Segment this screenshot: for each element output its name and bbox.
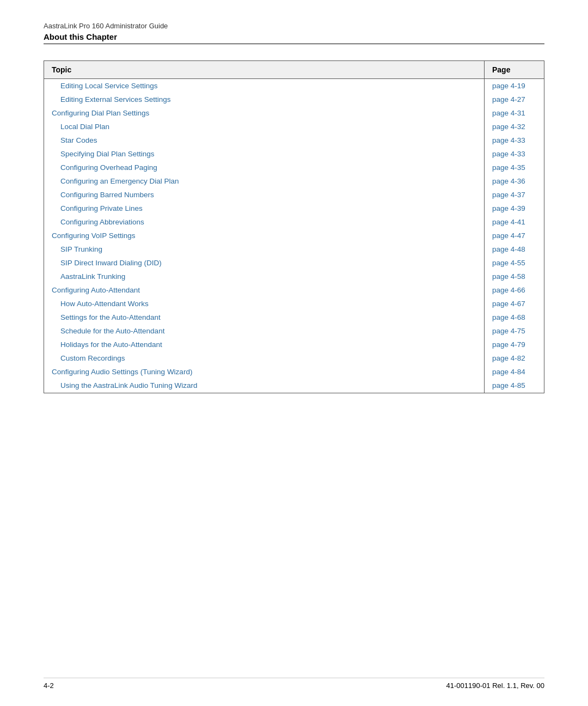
toc-entry-label[interactable]: Editing External Services Settings: [44, 93, 485, 106]
footer-right: 41-001190-01 Rel. 1.1, Rev. 00: [446, 681, 544, 690]
col-page-header: Page: [485, 61, 544, 79]
toc-entry-label[interactable]: Configuring Auto-Attendant: [44, 283, 485, 297]
toc-entry-page: page 4-31: [485, 106, 544, 120]
toc-entry-page: page 4-48: [485, 242, 544, 256]
table-row: Configuring Barred Numberspage 4-37: [44, 188, 544, 202]
toc-entry-page: page 4-35: [485, 161, 544, 174]
footer-left: 4-2: [44, 681, 54, 690]
toc-entry-label[interactable]: Local Dial Plan: [44, 120, 485, 133]
toc-entry-page: page 4-68: [485, 311, 544, 324]
toc-entry-page: page 4-47: [485, 229, 544, 242]
table-row: Configuring Auto-Attendantpage 4-66: [44, 283, 544, 297]
table-row: Specifying Dial Plan Settingspage 4-33: [44, 147, 544, 161]
toc-entry-page: page 4-85: [485, 379, 544, 393]
toc-entry-label[interactable]: Configuring Barred Numbers: [44, 188, 485, 202]
table-row: Configuring an Emergency Dial Planpage 4…: [44, 174, 544, 188]
table-row: Settings for the Auto-Attendantpage 4-68: [44, 311, 544, 324]
table-row: SIP Direct Inward Dialing (DID)page 4-55: [44, 256, 544, 270]
toc-entry-page: page 4-55: [485, 256, 544, 270]
table-row: Configuring Private Linespage 4-39: [44, 202, 544, 215]
toc-entry-page: page 4-58: [485, 270, 544, 283]
toc-entry-page: page 4-84: [485, 365, 544, 379]
table-row: Holidays for the Auto-Attendantpage 4-79: [44, 338, 544, 351]
toc-entry-page: page 4-37: [485, 188, 544, 202]
toc-entry-page: page 4-39: [485, 202, 544, 215]
toc-entry-label[interactable]: Configuring Overhead Paging: [44, 161, 485, 174]
table-row: Editing Local Service Settingspage 4-19: [44, 79, 544, 93]
toc-entry-label[interactable]: Configuring Private Lines: [44, 202, 485, 215]
header-meta: AastraLink Pro 160 Administrator Guide: [44, 22, 544, 30]
table-row: Configuring Overhead Pagingpage 4-35: [44, 161, 544, 174]
toc-entry-page: page 4-82: [485, 351, 544, 365]
table-row: Custom Recordingspage 4-82: [44, 351, 544, 365]
table-row: How Auto-Attendant Workspage 4-67: [44, 297, 544, 311]
table-row: Using the AastraLink Audio Tuning Wizard…: [44, 379, 544, 393]
table-row: Local Dial Planpage 4-32: [44, 120, 544, 133]
table-row: AastraLink Trunkingpage 4-58: [44, 270, 544, 283]
toc-entry-page: page 4-32: [485, 120, 544, 133]
toc-entry-page: page 4-67: [485, 297, 544, 311]
toc-entry-page: page 4-33: [485, 147, 544, 161]
footer: 4-2 41-001190-01 Rel. 1.1, Rev. 00: [44, 678, 544, 690]
toc-entry-label[interactable]: Configuring Dial Plan Settings: [44, 106, 485, 120]
toc-entry-label[interactable]: Custom Recordings: [44, 351, 485, 365]
toc-entry-page: page 4-27: [485, 93, 544, 106]
toc-entry-page: page 4-79: [485, 338, 544, 351]
table-row: Configuring Abbreviationspage 4-41: [44, 215, 544, 229]
table-row: Editing External Services Settingspage 4…: [44, 93, 544, 106]
toc-entry-label[interactable]: Schedule for the Auto-Attendant: [44, 324, 485, 338]
toc-entry-label[interactable]: Configuring an Emergency Dial Plan: [44, 174, 485, 188]
toc-entry-label[interactable]: Holidays for the Auto-Attendant: [44, 338, 485, 351]
table-row: Configuring Audio Settings (Tuning Wizar…: [44, 365, 544, 379]
toc-entry-label[interactable]: Star Codes: [44, 133, 485, 147]
header-title: About this Chapter: [44, 32, 544, 41]
table-row: Configuring Dial Plan Settingspage 4-31: [44, 106, 544, 120]
toc-entry-page: page 4-75: [485, 324, 544, 338]
toc-entry-label[interactable]: Specifying Dial Plan Settings: [44, 147, 485, 161]
toc-entry-page: page 4-66: [485, 283, 544, 297]
toc-entry-label[interactable]: How Auto-Attendant Works: [44, 297, 485, 311]
toc-entry-label[interactable]: Using the AastraLink Audio Tuning Wizard: [44, 379, 485, 393]
col-topic-header: Topic: [44, 61, 485, 79]
toc-table: Topic Page Editing Local Service Setting…: [44, 60, 544, 393]
table-row: Star Codespage 4-33: [44, 133, 544, 147]
toc-entry-page: page 4-33: [485, 133, 544, 147]
toc-entry-label[interactable]: Settings for the Auto-Attendant: [44, 311, 485, 324]
table-row: SIP Trunkingpage 4-48: [44, 242, 544, 256]
toc-entry-label[interactable]: Configuring Abbreviations: [44, 215, 485, 229]
toc-entry-label[interactable]: SIP Direct Inward Dialing (DID): [44, 256, 485, 270]
toc-entry-page: page 4-19: [485, 79, 544, 93]
toc-entry-label[interactable]: SIP Trunking: [44, 242, 485, 256]
toc-entry-label[interactable]: Editing Local Service Settings: [44, 79, 485, 93]
header-divider: [44, 44, 544, 44]
page-container: AastraLink Pro 160 Administrator Guide A…: [0, 0, 588, 706]
toc-entry-label[interactable]: AastraLink Trunking: [44, 270, 485, 283]
table-row: Configuring VoIP Settingspage 4-47: [44, 229, 544, 242]
toc-entry-page: page 4-36: [485, 174, 544, 188]
toc-entry-page: page 4-41: [485, 215, 544, 229]
toc-entry-label[interactable]: Configuring Audio Settings (Tuning Wizar…: [44, 365, 485, 379]
toc-entry-label[interactable]: Configuring VoIP Settings: [44, 229, 485, 242]
table-row: Schedule for the Auto-Attendantpage 4-75: [44, 324, 544, 338]
